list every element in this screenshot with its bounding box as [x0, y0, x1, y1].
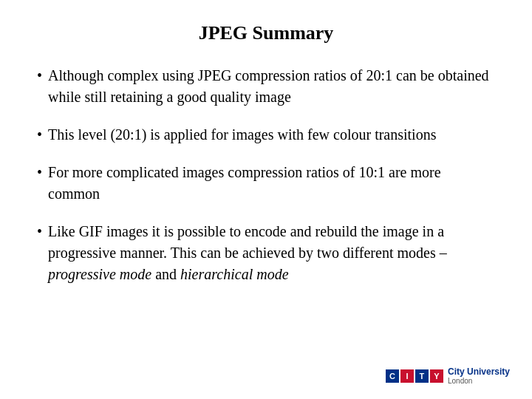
- bullet-text: Although complex using JPEG compression …: [48, 65, 495, 108]
- bullet-list: • Although complex using JPEG compressio…: [37, 65, 495, 285]
- university-location: London: [448, 377, 510, 386]
- university-logo: C I T Y City University London: [386, 366, 510, 386]
- logo-block-t: T: [415, 369, 429, 383]
- list-item: • For more complicated images compressio…: [37, 162, 495, 205]
- bullet-dot: •: [37, 162, 42, 183]
- logo-blocks: C I T Y: [386, 369, 443, 383]
- bullet-text: For more complicated images compression …: [48, 162, 495, 205]
- list-item: • This level (20:1) is applied for image…: [37, 124, 495, 146]
- bullet-dot: •: [37, 221, 42, 242]
- list-item: • Like GIF images it is possible to enco…: [37, 221, 495, 285]
- page-container: JPEG Summary • Although complex using JP…: [0, 0, 532, 399]
- logo-block-c: C: [386, 369, 399, 383]
- logo-text: City University London: [448, 366, 510, 386]
- page-title: JPEG Summary: [37, 22, 495, 44]
- bullet-text: Like GIF images it is possible to encode…: [48, 221, 495, 285]
- italic-text: hierarchical mode: [180, 266, 288, 282]
- italic-text: progressive mode: [48, 266, 151, 282]
- bullet-dot: •: [37, 65, 42, 86]
- university-name: City University: [448, 366, 510, 377]
- list-item: • Although complex using JPEG compressio…: [37, 65, 495, 108]
- bullet-dot: •: [37, 124, 42, 146]
- logo-block-i: I: [400, 369, 414, 383]
- logo-block-y: Y: [430, 369, 443, 383]
- bullet-text: This level (20:1) is applied for images …: [48, 124, 436, 146]
